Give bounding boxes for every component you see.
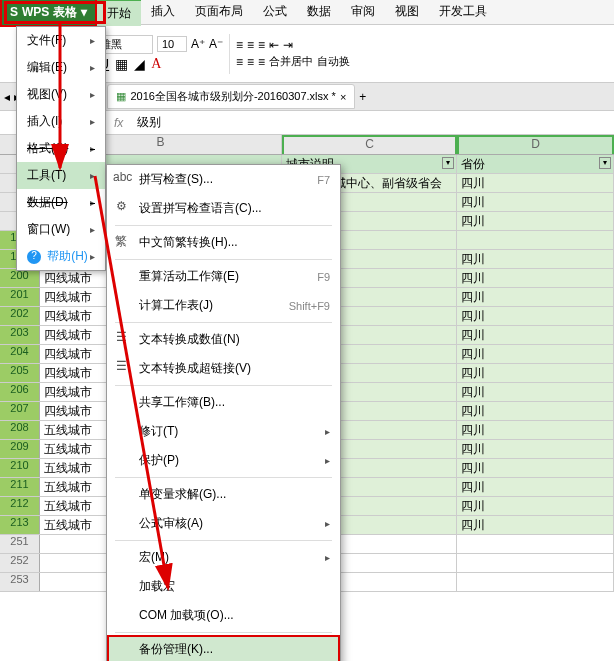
cell[interactable] — [457, 573, 614, 591]
header-cell[interactable]: 省份▾ — [457, 155, 614, 173]
tab-开发工具[interactable]: 开发工具 — [429, 0, 497, 26]
chevron-right-icon: ▸ — [90, 62, 95, 73]
submenu-item[interactable]: 宏(M)▸ — [107, 543, 340, 572]
submenu-item[interactable]: COM 加载项(O)... — [107, 601, 340, 630]
submenu-item[interactable]: 共享工作簿(B)... — [107, 388, 340, 417]
row-header[interactable]: 201 — [0, 288, 40, 306]
app-menu-button[interactable]: S WPS 表格 ▾ — [0, 0, 97, 27]
col-header-D[interactable]: D — [457, 135, 614, 154]
row-header[interactable]: 211 — [0, 478, 40, 496]
fx-icon[interactable]: fx — [106, 116, 131, 130]
submenu-item[interactable]: 修订(T)▸ — [107, 417, 340, 446]
indent-inc-icon[interactable]: ⇥ — [283, 38, 293, 52]
submenu-item[interactable]: 繁中文简繁转换(H)... — [107, 228, 340, 257]
submenu-item[interactable]: 公式审核(A)▸ — [107, 509, 340, 538]
filter-icon[interactable]: ▾ — [442, 157, 454, 169]
submenu-item[interactable]: 加载宏 — [107, 572, 340, 601]
align-center-icon[interactable]: ≡ — [247, 55, 254, 69]
row-header[interactable]: 252 — [0, 554, 40, 572]
tab-开始[interactable]: 开始 — [97, 0, 141, 26]
close-icon[interactable]: × — [340, 91, 346, 103]
cell[interactable]: 四川 — [457, 383, 614, 401]
row-header[interactable]: 251 — [0, 535, 40, 553]
row-header[interactable]: 206 — [0, 383, 40, 401]
cell[interactable]: 四川 — [457, 440, 614, 458]
row-header[interactable]: 209 — [0, 440, 40, 458]
align-bot-icon[interactable]: ≡ — [258, 38, 265, 52]
row-header[interactable]: 212 — [0, 497, 40, 515]
row-header[interactable]: 213 — [0, 516, 40, 534]
row-header[interactable]: 207 — [0, 402, 40, 420]
menu-item[interactable]: 编辑(E)▸ — [17, 54, 105, 81]
menu-item[interactable]: 视图(V)▸ — [17, 81, 105, 108]
submenu-item[interactable]: 计算工作表(J)Shift+F9 — [107, 291, 340, 320]
font-color-button[interactable]: A — [151, 56, 161, 73]
row-header[interactable]: 210 — [0, 459, 40, 477]
size-select[interactable]: 10 — [157, 36, 187, 52]
menu-item[interactable]: 文件(F)▸ — [17, 27, 105, 54]
submenu-item[interactable]: ☰文本转换成超链接(V) — [107, 354, 340, 383]
cell[interactable]: 四川 — [457, 364, 614, 382]
menu-item[interactable]: 数据(D)▸ — [17, 189, 105, 216]
wrap-button[interactable]: 自动换 — [317, 54, 350, 69]
submenu-item[interactable]: 备份管理(K)... — [107, 635, 340, 661]
doc-tab[interactable]: ▦2016全国各城市级别划分-20160307.xlsx *× — [107, 84, 355, 109]
row-header[interactable]: 253 — [0, 573, 40, 591]
cell[interactable]: 四川 — [457, 459, 614, 477]
cell[interactable]: 四川 — [457, 478, 614, 496]
cell[interactable]: 四川 — [457, 402, 614, 420]
row-header[interactable]: 205 — [0, 364, 40, 382]
tab-插入[interactable]: 插入 — [141, 0, 185, 26]
submenu-item[interactable]: 保护(P)▸ — [107, 446, 340, 475]
cell[interactable] — [457, 535, 614, 553]
row-header[interactable]: 203 — [0, 326, 40, 344]
submenu-item[interactable]: ⚙设置拼写检查语言(C)... — [107, 194, 340, 223]
tab-页面布局[interactable]: 页面布局 — [185, 0, 253, 26]
submenu-item[interactable]: 单变量求解(G)... — [107, 480, 340, 509]
shrink-font-icon[interactable]: A⁻ — [209, 37, 223, 51]
col-header-C[interactable]: C — [282, 135, 457, 154]
tab-审阅[interactable]: 审阅 — [341, 0, 385, 26]
tab-公式[interactable]: 公式 — [253, 0, 297, 26]
cell[interactable]: 四川 — [457, 516, 614, 534]
cell[interactable]: 四川 — [457, 269, 614, 287]
cell[interactable]: 四川 — [457, 421, 614, 439]
menu-icon: ☰ — [113, 330, 129, 346]
submenu-item[interactable]: 重算活动工作簿(E)F9 — [107, 262, 340, 291]
row-header[interactable]: 200 — [0, 269, 40, 287]
indent-dec-icon[interactable]: ⇤ — [269, 38, 279, 52]
row-header[interactable]: 202 — [0, 307, 40, 325]
add-tab-icon[interactable]: + — [359, 90, 366, 104]
cell[interactable]: 四川 — [457, 288, 614, 306]
cell[interactable]: 四川 — [457, 307, 614, 325]
tab-数据[interactable]: 数据 — [297, 0, 341, 26]
prev-tab-icon[interactable]: ◂ — [4, 90, 10, 104]
cell[interactable] — [457, 554, 614, 572]
menu-icon: ⚙ — [113, 199, 129, 215]
cell[interactable]: 四川 — [457, 497, 614, 515]
merge-button[interactable]: 合并居中 — [269, 54, 313, 69]
submenu-item[interactable]: ☰文本转换成数值(N) — [107, 325, 340, 354]
fill-button[interactable]: ◢ — [134, 56, 145, 73]
border-button[interactable]: ▦ — [115, 56, 128, 73]
align-right-icon[interactable]: ≡ — [258, 55, 265, 69]
align-mid-icon[interactable]: ≡ — [247, 38, 254, 52]
menu-item[interactable]: 格式(O)▸ — [17, 135, 105, 162]
menu-item[interactable]: ?帮助(H)▸ — [17, 243, 105, 270]
filter-icon[interactable]: ▾ — [599, 157, 611, 169]
tab-视图[interactable]: 视图 — [385, 0, 429, 26]
grow-font-icon[interactable]: A⁺ — [191, 37, 205, 51]
cell[interactable]: 四川 — [457, 345, 614, 363]
align-left-icon[interactable]: ≡ — [236, 55, 243, 69]
menu-item[interactable]: 窗口(W)▸ — [17, 216, 105, 243]
cell[interactable]: 四川 — [457, 326, 614, 344]
menu-item[interactable]: 工具(T)▸ — [17, 162, 105, 189]
row-header[interactable]: 204 — [0, 345, 40, 363]
formula-value[interactable]: 级别 — [131, 114, 167, 131]
menu-item[interactable]: 插入(I)▸ — [17, 108, 105, 135]
row-header[interactable]: 208 — [0, 421, 40, 439]
submenu-item[interactable]: abc拼写检查(S)...F7 — [107, 165, 340, 194]
align-top-icon[interactable]: ≡ — [236, 38, 243, 52]
cell[interactable]: 四川 — [457, 250, 614, 268]
cell[interactable] — [457, 231, 614, 249]
